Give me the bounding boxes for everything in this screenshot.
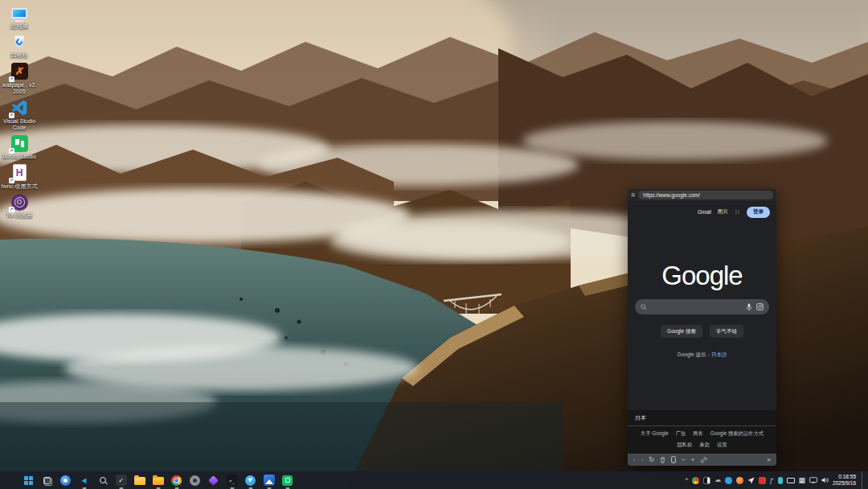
j-glyph-tray-icon[interactable]: ʃ° bbox=[770, 478, 773, 483]
check-icon: ✓ bbox=[116, 475, 127, 486]
tor-browser-icon: ↗ bbox=[10, 192, 30, 212]
taskbar-blue-cloud-app[interactable] bbox=[59, 474, 72, 487]
icon-label: hvnc-使用方式 bbox=[1, 183, 37, 190]
google-apps-icon[interactable] bbox=[735, 209, 740, 215]
taskbar-clock[interactable]: 0:18:55 2025/9/16 bbox=[833, 474, 856, 487]
menu-icon[interactable]: ≡ bbox=[631, 191, 635, 199]
settings-link[interactable]: 设置 bbox=[717, 442, 727, 449]
vscode-icon: ↗ bbox=[10, 98, 30, 117]
refresh-icon[interactable]: ↻ bbox=[649, 457, 654, 463]
zoom-out-icon[interactable]: − bbox=[682, 457, 686, 463]
clock-date: 2025/9/16 bbox=[833, 480, 856, 487]
taskbar-search[interactable] bbox=[96, 474, 109, 487]
desktop-icon-column: 此电脑 回收站 ✗↗ wallpape.. v2.2005 ↗ Visual S… bbox=[1, 3, 38, 220]
taskbar-vscode[interactable]: ◄ bbox=[77, 474, 91, 487]
mic-tray-icon[interactable] bbox=[778, 477, 783, 484]
taskbar-gem-app[interactable] bbox=[207, 474, 220, 487]
desktop-icon-orange-app[interactable]: ✗↗ wallpape.. v2.2005 bbox=[1, 62, 38, 96]
footer-links-row1: 关于 Google 广告 商务 Google 搜索的运作方式 bbox=[628, 426, 776, 438]
desktop-icon-green-studio[interactable]: ↗ Bonita Studio bbox=[1, 134, 38, 160]
forward-icon[interactable]: › bbox=[641, 457, 644, 463]
desktop-icon-recycle-bin[interactable]: 回收站 bbox=[1, 32, 38, 59]
close-icon[interactable]: × bbox=[767, 457, 771, 463]
copy-link-icon[interactable] bbox=[700, 457, 707, 463]
desktop-icon-h-doc[interactable]: H↗ hvnc-使用方式 bbox=[1, 163, 38, 190]
taskbar-settings-app[interactable] bbox=[188, 474, 202, 487]
cast-icon[interactable] bbox=[809, 477, 817, 483]
red-tray-icon[interactable] bbox=[759, 477, 766, 484]
browser-toolbar: ‹ › ↻ − + × bbox=[628, 454, 776, 466]
windows-logo-icon bbox=[24, 476, 33, 485]
gem-icon bbox=[208, 475, 219, 486]
voice-search-icon[interactable] bbox=[746, 303, 752, 311]
photos-icon bbox=[264, 475, 275, 486]
how-search-works-link[interactable]: Google 搜索的运作方式 bbox=[710, 430, 764, 438]
feeling-lucky-button[interactable]: 手气不错 bbox=[710, 325, 743, 338]
privacy-link[interactable]: 隐私权 bbox=[677, 442, 692, 449]
telegram-tray-icon[interactable] bbox=[725, 477, 732, 484]
shortcut-arrow-icon: ↗ bbox=[9, 207, 14, 212]
trash-icon[interactable] bbox=[660, 457, 665, 463]
clock-time: 0:18:55 bbox=[833, 474, 856, 480]
desktop-icon-tor[interactable]: ↗ Tor-浏览器 bbox=[1, 192, 38, 219]
cloud-app-icon bbox=[60, 475, 71, 486]
start-button[interactable] bbox=[22, 474, 35, 487]
search-buttons: Google 搜索 手气不错 bbox=[628, 325, 776, 338]
search-box[interactable] bbox=[635, 299, 769, 314]
shortcut-arrow-icon: ↗ bbox=[9, 148, 14, 154]
google-search-button[interactable]: Google 搜索 bbox=[661, 325, 702, 338]
shortcut-arrow-icon: ↗ bbox=[9, 178, 14, 183]
taskbar-terminal[interactable]: >_ bbox=[225, 474, 239, 487]
desktop-icon-this-pc[interactable]: 此电脑 bbox=[1, 3, 38, 30]
footer-links-row2: 隐私权 条款 设置 bbox=[628, 438, 776, 454]
task-view-button[interactable] bbox=[40, 474, 54, 487]
url-bar[interactable]: https://www.google.com/ bbox=[638, 191, 773, 199]
terms-link[interactable]: 条款 bbox=[699, 442, 710, 449]
taskbar-photos[interactable] bbox=[262, 474, 276, 487]
google-footer: 日本 关于 Google 广告 商务 Google 搜索的运作方式 隐私权 条款… bbox=[628, 410, 776, 454]
icon-label: 回收站 bbox=[11, 52, 28, 59]
cloud-tray-icon[interactable]: ☁ bbox=[714, 477, 721, 483]
images-link[interactable]: 图片 bbox=[718, 208, 728, 216]
gmail-link[interactable]: Gmail bbox=[698, 209, 711, 215]
lens-search-icon[interactable] bbox=[756, 303, 764, 310]
monitor-tray-icon[interactable] bbox=[787, 478, 795, 483]
icon-label: Bonita Studio bbox=[2, 154, 36, 160]
taskbar-green-app[interactable] bbox=[280, 474, 294, 487]
desktop-icon-vscode[interactable]: ↗ Visual Studio Code bbox=[1, 98, 38, 132]
taskbar-folder-app[interactable] bbox=[151, 474, 165, 487]
chrome-icon bbox=[171, 475, 182, 486]
advertising-link[interactable]: 广告 bbox=[676, 430, 686, 438]
send-plane-tray-icon[interactable] bbox=[747, 477, 755, 484]
google-top-nav: Gmail 图片 登录 bbox=[628, 201, 776, 219]
orange-tray-icon[interactable] bbox=[736, 477, 743, 484]
taskbar-file-explorer[interactable] bbox=[133, 474, 146, 487]
back-icon[interactable]: ‹ bbox=[633, 457, 636, 463]
zoom-in-icon[interactable]: + bbox=[691, 457, 695, 463]
h-document-icon: H↗ bbox=[10, 163, 30, 183]
taskbar-todo-app[interactable]: ✓ bbox=[114, 474, 128, 487]
region-label: 日本 bbox=[628, 410, 776, 426]
ime-grid-icon[interactable]: ▦ bbox=[799, 477, 806, 484]
show-desktop-button[interactable] bbox=[862, 471, 865, 489]
about-link[interactable]: 关于 Google bbox=[641, 430, 669, 438]
icon-label: Visual Studio Code bbox=[1, 118, 38, 132]
japanese-language-link[interactable]: 日本語 bbox=[711, 351, 727, 357]
signin-button[interactable]: 登录 bbox=[747, 207, 770, 218]
hidden-icons-chevron-icon[interactable]: ^ bbox=[685, 477, 688, 483]
browser-titlebar[interactable]: ≡ https://www.google.com/ bbox=[628, 189, 776, 201]
taskbar-telegram[interactable] bbox=[244, 474, 257, 487]
taskbar-apps: ◄ ✓ >_ bbox=[22, 474, 294, 487]
grey-round-icon bbox=[190, 475, 200, 486]
volume-icon[interactable] bbox=[821, 477, 829, 483]
terminal-icon: >_ bbox=[227, 475, 238, 486]
shortcut-arrow-icon: ↗ bbox=[9, 113, 14, 118]
green-studio-icon: ↗ bbox=[10, 134, 30, 153]
bw-tray-icon[interactable] bbox=[703, 477, 710, 484]
mobile-view-icon[interactable] bbox=[671, 456, 676, 463]
business-link[interactable]: 商务 bbox=[693, 430, 703, 438]
taskbar-chrome[interactable] bbox=[170, 474, 183, 487]
search-icon bbox=[100, 477, 106, 483]
colorful-tray-icon[interactable] bbox=[692, 477, 699, 484]
recycle-bin-icon bbox=[10, 32, 30, 51]
